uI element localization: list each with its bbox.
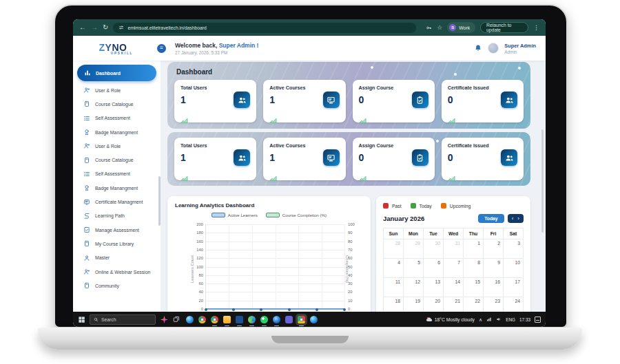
relaunch-to-update-button[interactable]: Relaunch to update [480, 22, 528, 33]
calendar-day-cell[interactable]: 30 [424, 239, 444, 259]
network-icon[interactable] [486, 317, 492, 322]
windows-start-icon[interactable] [78, 316, 85, 323]
taskbar-app-edge-2-icon[interactable] [310, 316, 318, 323]
sidebar-item-dashboard[interactable]: Dashboard [77, 65, 156, 81]
sidebar-item-master[interactable]: Master [73, 251, 161, 265]
calendar-day-cell[interactable]: 22 [464, 297, 484, 312]
browser-refresh-icon[interactable]: ↻ [103, 24, 108, 31]
user-avatar[interactable] [488, 43, 499, 54]
sidebar-item-online-webinar-session[interactable]: Online & Webinar Session [73, 265, 161, 279]
calendar-day-cell[interactable]: 5 [404, 259, 424, 278]
sidebar-item-certificate-managment[interactable]: Certificate Managment [73, 195, 161, 208]
sidebar-toggle-icon[interactable]: ≡ [157, 44, 166, 53]
calendar-prev-icon[interactable]: ‹ [512, 215, 514, 222]
taskbar-app-chrome-window-icon[interactable] [298, 316, 305, 323]
task-view-icon[interactable] [173, 316, 180, 323]
notifications-bell-icon[interactable] [474, 44, 482, 52]
sidebar-item-user-role[interactable]: User & Role [73, 83, 161, 97]
taskbar-search-input[interactable]: Search [90, 314, 156, 325]
taskbar-app-chrome-canary-icon[interactable] [198, 316, 206, 323]
taskbar-app-chrome-icon[interactable] [211, 316, 218, 323]
browser-profile-chip[interactable]: S Work [447, 22, 475, 33]
calendar-day-cell[interactable]: 20 [424, 297, 444, 312]
volume-icon[interactable] [496, 317, 502, 322]
sidebar-item-learning-path[interactable]: Learning Path [73, 209, 161, 223]
sidebar-item-label: Self Assessment [95, 116, 130, 120]
calendar-day-cell[interactable]: 1 [464, 239, 484, 259]
stat-card-active-courses[interactable]: Active Courses1 [263, 138, 345, 180]
taskbar-app-teams-icon[interactable] [273, 316, 280, 323]
tray-expand-icon[interactable]: ∧ [479, 317, 482, 322]
left-axis-tick: 100 [196, 265, 203, 269]
calendar-day-cell[interactable]: 11 [384, 278, 404, 297]
legend-item[interactable]: Course Completion (%) [266, 213, 327, 217]
stat-card-certificate-issued[interactable]: Certificate Issued0 [442, 80, 524, 122]
action-center-icon[interactable] [535, 317, 541, 323]
sidebar-item-course-catalogue[interactable]: Course Catalogue [73, 153, 161, 167]
calendar-day-cell[interactable]: 18 [384, 297, 404, 312]
calendar-day-cell[interactable]: 9 [484, 259, 504, 278]
language-indicator[interactable]: ENG [506, 317, 515, 322]
taskbar-clock[interactable]: 17:33 [519, 317, 530, 322]
calendar-day-cell[interactable]: 23 [484, 297, 504, 312]
brand-logo[interactable]: ZYNO UPSKILL [73, 42, 153, 55]
calendar-today-button[interactable]: Today [478, 214, 504, 223]
calendar-day-cell[interactable]: 29 [404, 239, 424, 259]
left-axis-tick: 40 [199, 290, 203, 294]
calendar-day-cell[interactable]: 10 [504, 259, 524, 278]
sidebar-item-self-assessment[interactable]: Self Assessment [73, 167, 161, 181]
sidebar-item-manage-assessment[interactable]: Manage Assessment [73, 223, 161, 237]
stat-card-assign-course[interactable]: Assign Course0 [353, 80, 435, 122]
sidebar-item-my-course-library[interactable]: My Course Library [73, 237, 161, 250]
stat-card-active-courses[interactable]: Active Courses1 [263, 80, 345, 122]
calendar-day-cell[interactable]: 3 [504, 239, 524, 259]
calendar-day-cell[interactable]: 28 [384, 239, 404, 259]
sidebar-item-badge-manangment[interactable]: Badge Manangment [73, 125, 161, 139]
calendar-day-cell[interactable]: 21 [444, 297, 464, 312]
browser-menu-icon[interactable]: ⋮ [533, 25, 539, 31]
taskbar-app-edge-icon[interactable] [186, 316, 194, 323]
calendar-day-cell[interactable]: 7 [444, 259, 464, 278]
calendar-day-cell[interactable]: 2 [484, 239, 504, 259]
sidebar-item-user-role[interactable]: User & Role [73, 139, 161, 153]
legend-item[interactable]: Active Learners [211, 213, 258, 217]
passwords-icon[interactable] [426, 25, 432, 31]
taskbar-app-file-explorer-icon[interactable] [223, 316, 231, 323]
calendar-day-cell[interactable]: 14 [444, 278, 464, 297]
page-scrollbar[interactable] [541, 129, 544, 233]
stat-card-certificate-issued[interactable]: Certificate Issued0 [442, 138, 524, 180]
sidebar-item-badge-manangment[interactable]: Badge Manangment [73, 181, 161, 195]
address-bar[interactable]: emlmsuat.elitetraveltech.in/dashboard [113, 23, 416, 33]
calendar-day-cell[interactable]: 6 [424, 259, 444, 278]
calendar-day-cell[interactable]: 17 [504, 278, 524, 297]
copilot-icon[interactable] [160, 315, 169, 324]
calendar-next-icon[interactable]: › [517, 215, 519, 222]
calendar-day-cell[interactable]: 12 [404, 278, 424, 297]
sidebar-item-community[interactable]: Community [73, 279, 161, 292]
taskbar-app-video-app-icon[interactable] [236, 316, 243, 323]
stat-card-assign-course[interactable]: Assign Course0 [353, 138, 435, 180]
calendar-day-cell[interactable]: 15 [464, 278, 484, 297]
calendar-day-cell[interactable]: 4 [384, 259, 404, 278]
sidebar-item-course-catalogue[interactable]: Course Catalogue [73, 97, 161, 111]
stat-card-total-users[interactable]: Total Users1 [174, 80, 256, 122]
calendar-day-cell[interactable]: 24 [504, 297, 524, 312]
calendar-month-label: January 2026 [383, 215, 424, 222]
data-point [316, 308, 318, 311]
taskbar-app-whatsapp-icon[interactable] [260, 316, 268, 323]
chart-plot-area: Learners Count Completion (%) 2001001809… [205, 224, 344, 310]
calendar-day-cell[interactable]: 16 [484, 278, 504, 297]
browser-back-icon[interactable]: ← [79, 24, 86, 31]
bookmark-star-icon[interactable]: ☆ [437, 25, 442, 31]
calendar-day-cell[interactable]: 8 [464, 259, 484, 278]
taskbar-weather[interactable]: 18°C Mostly cloudy [426, 316, 475, 323]
taskbar-app-discord-icon[interactable] [285, 316, 293, 323]
calendar-day-cell[interactable]: 31 [444, 239, 464, 259]
calendar-day-cell[interactable]: 19 [404, 297, 424, 312]
stat-card-total-users[interactable]: Total Users1 [174, 138, 256, 180]
site-settings-icon[interactable] [118, 25, 124, 30]
taskbar-app-edge-dev-icon[interactable] [248, 316, 256, 323]
browser-forward-icon[interactable]: → [91, 24, 98, 31]
sidebar-item-self-assessment[interactable]: Self Assessment [73, 111, 161, 125]
calendar-day-cell[interactable]: 13 [424, 278, 444, 297]
